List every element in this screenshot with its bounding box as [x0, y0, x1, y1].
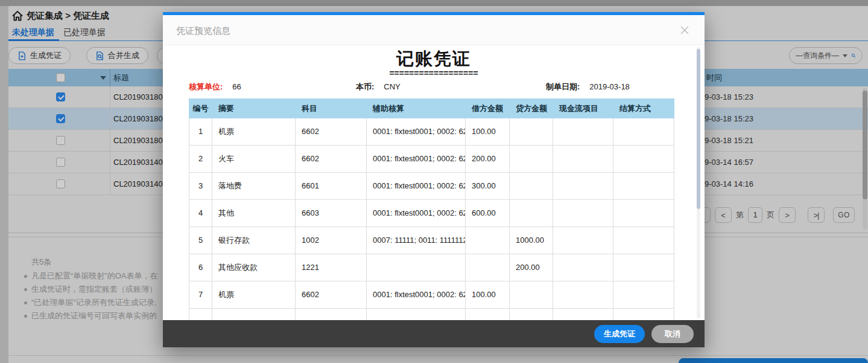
voucher-cell-credit — [510, 146, 553, 173]
voucher-row — [189, 309, 674, 320]
voucher-cell-debit — [466, 309, 510, 320]
voucher-field: 核算单位:66 — [189, 82, 241, 92]
voucher-cell-credit — [510, 309, 553, 320]
voucher-header-cell: 辅助核算 — [367, 98, 466, 118]
voucher-row: 2 火车 6602 0001: flxtest0001; 0002: 62 20… — [189, 146, 674, 173]
voucher-cell-aux: 0001: flxtest0001; 0002: 62 — [367, 281, 466, 309]
voucher-row: 4 其他 6603 0001: flxtest0001; 0002: 62 60… — [189, 200, 674, 227]
voucher-cell-summary — [212, 309, 296, 320]
field-label: 本币: — [356, 82, 374, 91]
voucher-cell-summary: 其他 — [212, 200, 296, 227]
voucher-cell-aux: 0001: flxtest0001; 0002: 62 — [367, 173, 466, 200]
voucher-header-cell: 结算方式 — [613, 98, 674, 118]
voucher-cell-credit — [510, 281, 553, 309]
voucher-cell-summary: 银行存款 — [212, 227, 296, 254]
voucher-header-cell: 编号 — [189, 98, 212, 118]
field-value: 2019-03-18 — [589, 82, 630, 91]
voucher-cell-cashflow — [553, 227, 613, 254]
voucher-cell-subject: 6602 — [296, 281, 367, 309]
voucher-cell-settle — [613, 173, 674, 200]
voucher-cell-debit — [466, 227, 510, 254]
modal-header: 凭证预览信息 — [163, 15, 705, 45]
voucher-preview-modal: 凭证预览信息 记账凭证 ================== 核算单位:66 本… — [163, 12, 705, 347]
voucher-cell-credit — [510, 173, 553, 200]
voucher-cell-summary: 机票 — [212, 118, 296, 146]
voucher-cell-summary: 机票 — [212, 281, 296, 309]
voucher-cell-cashflow — [553, 309, 613, 320]
voucher-fields: 核算单位:66 本币:CNY 制单日期:2019-03-18 — [189, 82, 674, 92]
voucher-cell-debit: 600.00 — [466, 200, 510, 227]
voucher-cell-subject: 6602 — [296, 118, 367, 146]
voucher-cell-cashflow — [553, 146, 613, 173]
voucher-cell-settle — [613, 227, 674, 254]
voucher-table-header: 编号摘要科目辅助核算借方金额贷方金额现金流项目结算方式 — [189, 98, 674, 118]
voucher-cell-settle — [613, 281, 674, 309]
voucher-cell-debit: 100.00 — [466, 281, 510, 309]
voucher-cell-subject — [296, 309, 367, 320]
voucher-cell-settle — [613, 254, 674, 281]
voucher-cell-aux — [367, 254, 466, 281]
voucher-cell-no: 7 — [189, 281, 212, 309]
voucher-header-cell: 贷方金额 — [510, 98, 553, 118]
voucher-cell-subject: 1221 — [296, 254, 367, 281]
voucher-cell-summary: 火车 — [212, 146, 296, 173]
voucher-row: 7 机票 6602 0001: flxtest0001; 0002: 62 10… — [189, 281, 674, 309]
voucher-cell-debit: 300.00 — [466, 173, 510, 200]
voucher-cell-credit — [510, 200, 553, 227]
voucher-cell-no — [189, 309, 212, 320]
voucher-cell-cashflow — [553, 118, 613, 146]
voucher-cell-aux — [367, 309, 466, 320]
field-label: 核算单位: — [189, 82, 223, 91]
voucher-cell-aux: 0007: 11111; 0011: 1111112 — [367, 227, 466, 254]
voucher-cell-no: 1 — [189, 118, 212, 146]
voucher-cell-debit: 100.00 — [466, 118, 510, 146]
voucher-table-body: 1 机票 6602 0001: flxtest0001; 0002: 62 10… — [189, 118, 674, 320]
voucher-cell-credit — [510, 118, 553, 146]
voucher-header-cell: 现金流项目 — [553, 98, 613, 118]
voucher-cell-subject: 1002 — [296, 227, 367, 254]
voucher-field: 制单日期:2019-03-18 — [546, 82, 630, 92]
voucher-row: 5 银行存款 1002 0007: 11111; 0011: 1111112 1… — [189, 227, 674, 254]
voucher-header-cell: 摘要 — [212, 98, 296, 118]
voucher-cell-subject: 6603 — [296, 200, 367, 227]
generate-confirm-button[interactable]: 生成凭证 — [594, 325, 645, 343]
voucher-row: 1 机票 6602 0001: flxtest0001; 0002: 62 10… — [189, 118, 674, 146]
voucher-cell-subject: 6602 — [296, 146, 367, 173]
voucher-title: 记账凭证 — [163, 49, 705, 68]
field-value: 66 — [232, 82, 241, 91]
voucher-cell-no: 4 — [189, 200, 212, 227]
voucher-cell-summary: 其他应收款 — [212, 254, 296, 281]
voucher-field: 本币:CNY — [356, 82, 401, 92]
voucher-table: 编号摘要科目辅助核算借方金额贷方金额现金流项目结算方式 1 机票 6602 00… — [189, 98, 674, 320]
voucher-cell-no: 2 — [189, 146, 212, 173]
modal-body: 记账凭证 ================== 核算单位:66 本币:CNY 制… — [163, 45, 705, 320]
voucher-cell-aux: 0001: flxtest0001; 0002: 62 — [367, 200, 466, 227]
cancel-button[interactable]: 取消 — [651, 325, 694, 343]
voucher-cell-credit: 200.00 — [510, 254, 553, 281]
voucher-cell-aux: 0001: flxtest0001; 0002: 62 — [367, 118, 466, 146]
voucher-header-cell: 科目 — [296, 98, 367, 118]
voucher-cell-credit: 1000.00 — [510, 227, 553, 254]
voucher-cell-no: 6 — [189, 254, 212, 281]
voucher-cell-cashflow — [553, 254, 613, 281]
voucher-cell-debit: 200.00 — [466, 146, 510, 173]
field-value: CNY — [384, 82, 400, 91]
voucher-cell-cashflow — [553, 173, 613, 200]
modal-scrollbar-thumb[interactable] — [697, 49, 700, 209]
voucher-cell-settle — [613, 118, 674, 146]
voucher-cell-subject: 6601 — [296, 173, 367, 200]
voucher-cell-no: 3 — [189, 173, 212, 200]
voucher-cell-debit — [466, 254, 510, 281]
close-icon[interactable] — [679, 25, 690, 36]
voucher-cell-aux: 0001: flxtest0001; 0002: 62 — [367, 146, 466, 173]
voucher-row: 3 落地费 6601 0001: flxtest0001; 0002: 62 3… — [189, 173, 674, 200]
voucher-row: 6 其他应收款 1221 200.00 — [189, 254, 674, 281]
voucher-cell-settle — [613, 146, 674, 173]
voucher-cell-summary: 落地费 — [212, 173, 296, 200]
voucher-cell-settle — [613, 309, 674, 320]
field-label: 制单日期: — [546, 82, 580, 91]
voucher-cell-cashflow — [553, 200, 613, 227]
voucher-header-cell: 借方金额 — [466, 98, 510, 118]
voucher-cell-no: 5 — [189, 227, 212, 254]
modal-footer: 生成凭证 取消 — [163, 320, 705, 347]
